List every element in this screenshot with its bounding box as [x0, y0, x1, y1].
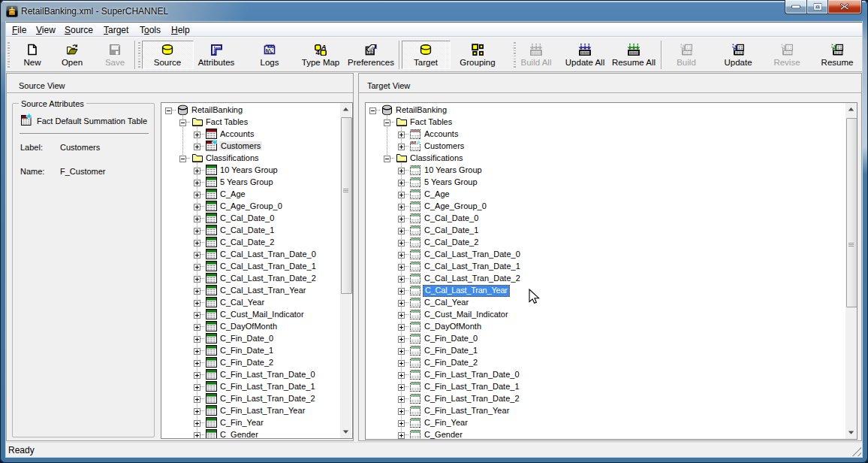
svg-text:4: 4 [316, 48, 321, 56]
svg-text:A: A [321, 44, 327, 51]
